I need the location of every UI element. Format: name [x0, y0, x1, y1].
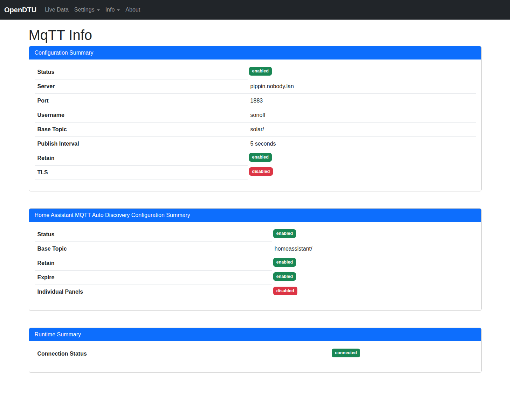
ha-auto-discovery-table: Status enabled Base Topic homeassistant/…	[35, 227, 476, 299]
row-value: disabled	[272, 285, 476, 299]
row-value: homeassistant/	[272, 242, 476, 256]
row-label: Individual Panels	[35, 285, 272, 299]
row-label: Base Topic	[35, 122, 248, 137]
row-value: enabled	[272, 227, 476, 242]
card-body: Connection Status connected	[29, 341, 481, 372]
row-value: sonoff	[248, 108, 476, 122]
status-badge: enabled	[249, 153, 272, 162]
table-row: Base Topic homeassistant/	[35, 242, 476, 256]
card-runtime-summary: Runtime Summary Connection Status connec…	[29, 328, 482, 373]
table-row: Base Topic solar/	[35, 122, 476, 137]
row-label: Port	[35, 94, 248, 108]
status-badge: enabled	[273, 258, 296, 267]
navbar-links: Live Data Settings Info About	[42, 4, 143, 16]
row-value: enabled	[248, 151, 476, 166]
nav-item-info[interactable]: Info	[103, 4, 123, 16]
row-label: Publish Interval	[35, 137, 248, 151]
row-label: Status	[35, 227, 272, 242]
chevron-down-icon	[117, 9, 120, 11]
card-ha-auto-discovery-summary: Home Assistant MQTT Auto Discovery Confi…	[29, 208, 482, 311]
connection-status-badge: connected	[332, 349, 360, 357]
row-value: 5 seconds	[248, 137, 476, 151]
table-row: Server pippin.nobody.lan	[35, 79, 476, 94]
row-value: enabled	[248, 65, 476, 79]
card-configuration-summary: Configuration Summary Status enabled Ser…	[29, 46, 482, 191]
card-header-configuration-summary: Configuration Summary	[29, 46, 481, 59]
table-row: Connection Status connected	[35, 347, 476, 361]
row-label: Retain	[35, 151, 248, 166]
table-row: Port 1883	[35, 94, 476, 108]
card-header-runtime-summary: Runtime Summary	[29, 328, 481, 341]
status-badge: enabled	[249, 67, 272, 76]
status-badge: disabled	[273, 287, 297, 295]
table-row: Retain enabled	[35, 256, 476, 271]
navbar-brand[interactable]: OpenDTU	[4, 6, 36, 14]
table-row: Status enabled	[35, 65, 476, 79]
status-badge: enabled	[273, 272, 296, 281]
nav-item-about[interactable]: About	[123, 4, 143, 16]
row-value: enabled	[272, 271, 476, 285]
row-label: Expire	[35, 271, 272, 285]
table-row: Individual Panels disabled	[35, 285, 476, 299]
table-row: Retain enabled	[35, 151, 476, 166]
configuration-summary-table: Status enabled Server pippin.nobody.lan …	[35, 65, 476, 180]
table-row: TLS disabled	[35, 166, 476, 180]
row-value: enabled	[272, 256, 476, 271]
row-label: Retain	[35, 256, 272, 271]
row-value: disabled	[248, 166, 476, 180]
card-body: Status enabled Server pippin.nobody.lan …	[29, 59, 481, 191]
row-value: pippin.nobody.lan	[248, 79, 476, 94]
status-badge: disabled	[249, 167, 273, 176]
row-label: Base Topic	[35, 242, 272, 256]
row-value: solar/	[248, 122, 476, 137]
navbar: OpenDTU Live Data Settings Info About	[0, 0, 510, 20]
page: OpenDTU Live Data Settings Info About Mq…	[0, 0, 510, 420]
row-label: Connection Status	[35, 347, 331, 361]
main-content: MqTT Info Configuration Summary Status e…	[29, 27, 482, 373]
nav-item-settings-label: Settings	[74, 7, 95, 13]
row-label: TLS	[35, 166, 248, 180]
table-row: Status enabled	[35, 227, 476, 242]
nav-item-live-data[interactable]: Live Data	[42, 4, 71, 16]
table-row: Username sonoff	[35, 108, 476, 122]
row-label: Status	[35, 65, 248, 79]
chevron-down-icon	[97, 9, 100, 11]
page-title: MqTT Info	[29, 27, 482, 43]
row-label: Server	[35, 79, 248, 94]
row-value: connected	[330, 347, 475, 361]
status-badge: enabled	[273, 229, 296, 238]
runtime-summary-table: Connection Status connected	[35, 347, 476, 361]
nav-item-settings[interactable]: Settings	[71, 4, 103, 16]
row-value: 1883	[248, 94, 476, 108]
table-row: Publish Interval 5 seconds	[35, 137, 476, 151]
nav-item-info-label: Info	[105, 7, 115, 13]
card-body: Status enabled Base Topic homeassistant/…	[29, 222, 481, 310]
table-row: Expire enabled	[35, 271, 476, 285]
row-label: Username	[35, 108, 248, 122]
card-header-ha-auto-discovery: Home Assistant MQTT Auto Discovery Confi…	[29, 209, 481, 222]
